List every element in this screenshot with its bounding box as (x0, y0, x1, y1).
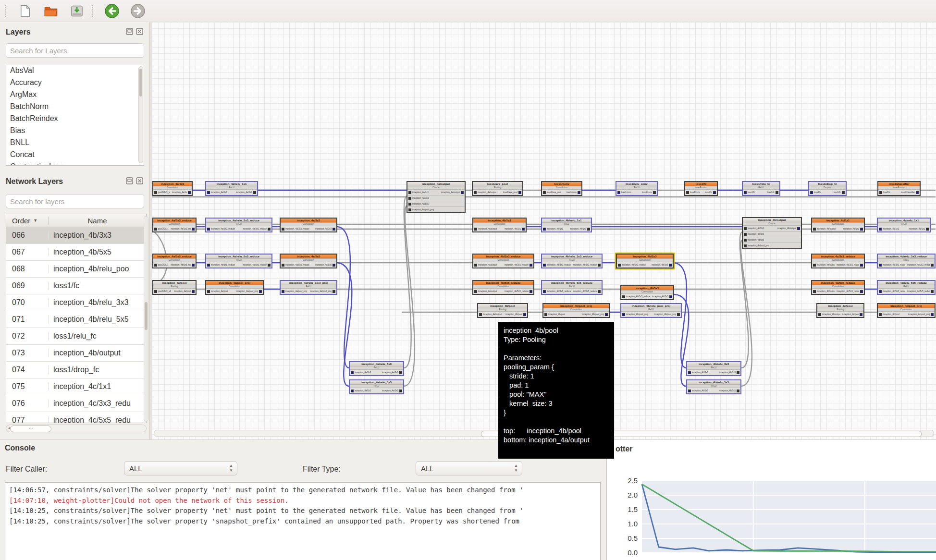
graph-node-inception_4b/relu_3x3_reduce[interactable]: inception_4b/relu_3x3_reduceReLUinceptio… (541, 254, 603, 268)
graph-node-loss1/classifier[interactable]: loss1/classifierInnerProductloss1/fcloss… (877, 181, 921, 196)
graph-node-inception_4b/relu_3x3[interactable]: inception_4b/relu_3x3ReLUinception_4b/3x… (686, 361, 741, 376)
graph-node-inception_4c/3x3_reduce[interactable]: inception_4c/3x3_reduceConvolutionincept… (811, 254, 865, 268)
graph-node-inception_4b/5x5_reduce[interactable]: inception_4b/5x5_reduceConvolutionincept… (472, 280, 534, 295)
layers-float-icon[interactable] (126, 28, 133, 35)
table-row[interactable]: 071inception_4b/relu_5x5 (6, 311, 146, 328)
graph-node-inception_4a/5x5[interactable]: inception_4a/5x5Convolutioninception_4a/… (280, 254, 337, 268)
table-row[interactable]: 069loss1/fc (6, 278, 146, 294)
table-row[interactable]: 077inception_4c/5x5_redu (6, 412, 146, 423)
column-header-order[interactable]: Order▼ (6, 217, 49, 225)
graph-node-loss1/conv[interactable]: loss1/convConvolutionloss1/ave_poolloss1… (541, 181, 582, 196)
graph-node-inception_4b/relu_1x1[interactable]: inception_4b/relu_1x1ReLUinception_4b/1x… (541, 218, 592, 232)
layer-type-item[interactable]: BatchReindex (6, 112, 144, 124)
back-icon[interactable] (104, 3, 120, 19)
graph-node-inception_4b/1x1[interactable]: inception_4b/1x1Convolutioninception_4a/… (472, 218, 527, 232)
graph-node-inception_4a/3x3[interactable]: inception_4a/3x3Convolutioninception_4a/… (280, 218, 337, 232)
filter-caller-dropdown[interactable]: ALL ▲▼ (124, 461, 237, 475)
graph-node-inception_4a/3x3_reduce[interactable]: inception_4a/3x3_reduceConvolutionpool3/… (152, 218, 197, 232)
port-label: inception_4a/5x5 (412, 203, 429, 205)
table-row[interactable]: 066inception_4b/3x3 (6, 227, 146, 244)
graph-node-inception_4a/relu_5x5_reduce[interactable]: inception_4a/relu_5x5_reduceReLUinceptio… (205, 254, 272, 268)
graph-node-inception_4c/relu_3x3_reduce[interactable]: inception_4c/relu_3x3_reduceReLUinceptio… (877, 254, 936, 268)
graph-node-inception_4a/1x1[interactable]: inception_4a/1x1Convolutionpool3/3x3_s2i… (152, 181, 193, 196)
port-square-icon (543, 191, 546, 194)
graph-node-inception_4b/pool[interactable]: inception_4b/poolPoolinginception_4a/out… (477, 303, 528, 318)
layer-type-item[interactable]: Concat (6, 148, 144, 160)
graph-node-inception_4c/5x5_reduce[interactable]: inception_4c/5x5_reduceConvolutionincept… (811, 280, 865, 295)
graph-node-inception_4a/relu_3x3_reduce[interactable]: inception_4a/relu_3x3_reduceReLUinceptio… (205, 218, 272, 232)
layer-type-item[interactable]: BNLL (6, 136, 144, 148)
table-row[interactable]: 070inception_4b/relu_3x3 (6, 294, 146, 311)
layer-type-item[interactable]: AbsVal (6, 64, 144, 76)
layer-type-item[interactable]: Accuracy (6, 76, 144, 88)
table-row[interactable]: 075inception_4c/1x1 (6, 378, 146, 395)
column-header-name[interactable]: Name (49, 217, 146, 225)
open-folder-icon[interactable] (43, 3, 59, 19)
port-label: inception_4b/pool (548, 313, 565, 316)
graph-node-inception_4c/relu_5x5_reduce[interactable]: inception_4c/relu_5x5_reduceReLUinceptio… (877, 280, 936, 295)
graph-node-loss1/fc[interactable]: loss1/fcInnerProductloss1/convloss1/fc (684, 181, 718, 196)
graph-node-inception_4c/1x1[interactable]: inception_4c/1x1Convolutioninception_4b/… (811, 218, 865, 232)
port-square-icon (268, 228, 271, 231)
graph-node-inception_4a/relu_1x1[interactable]: inception_4a/relu_1x1ReLUinception_4a/1x… (205, 181, 258, 196)
table-row[interactable]: 068inception_4b/relu_poo (6, 261, 146, 278)
scrollbar-thumb[interactable]: ⋯ (10, 426, 51, 432)
console-log[interactable]: [14:06:57, constraints/solver]The solver… (5, 482, 601, 560)
table-horizontal-scrollbar[interactable]: ◄ ⋯ (6, 425, 147, 432)
y-tick-label: 1.0 (628, 520, 638, 528)
forward-icon[interactable] (130, 3, 146, 19)
graph-node-inception_4a/relu_5x5[interactable]: inception_4a/relu_5x5ReLUinception_4a/5x… (349, 379, 404, 394)
port-label: loss1/fc (883, 191, 890, 194)
graph-node-loss1/ave_pool[interactable]: loss1/ave_poolPoolinginception_4a/output… (472, 181, 523, 196)
network-layers-close-icon[interactable] (136, 177, 143, 184)
graph-node-inception_4a/5x5_reduce[interactable]: inception_4a/5x5_reduceConvolutionpool3/… (152, 254, 197, 268)
layers-list-scrollbar[interactable] (138, 66, 143, 163)
network-layers-float-icon[interactable] (126, 177, 133, 184)
node-title: inception_4a/5x5_reduce (153, 255, 196, 259)
layer-type-item[interactable]: ContrastiveLoss (6, 160, 144, 166)
layers-search-input[interactable] (6, 43, 144, 58)
port-label: inception_4b/output (777, 227, 796, 230)
table-row[interactable]: 073inception_4b/output (6, 345, 146, 362)
graph-node-inception_4b/5x5[interactable]: inception_4b/5x5Convolutioninception_4b/… (620, 285, 674, 300)
graph-node-inception_4a/relu_pool_proj[interactable]: inception_4a/relu_pool_projReLUinception… (280, 280, 337, 295)
graph-node-loss1/relu_fc[interactable]: loss1/relu_fcReLUloss1/fcloss1/fc (742, 181, 780, 196)
graph-node-inception_4b/relu_5x5_reduce[interactable]: inception_4b/relu_5x5_reduceReLUinceptio… (541, 280, 603, 295)
layer-type-item[interactable]: ArgMax (6, 88, 144, 100)
graph-node-loss1/drop_fc[interactable]: loss1/drop_fcDropoutloss1/fcloss1/fc (808, 181, 847, 196)
layer-type-item[interactable]: Bias (6, 124, 144, 136)
graph-node-inception_4b/output[interactable]: inception_4b/outputConcatinception_4b/1x… (742, 217, 802, 249)
network-layers-search-input[interactable] (6, 194, 144, 208)
table-row[interactable]: 076inception_4c/3x3_redu (6, 395, 146, 412)
node-port-row: loss1/fcloss1/fc (809, 189, 846, 195)
node-title: inception_4b/1x1 (473, 219, 526, 223)
graph-node-inception_4b/3x3_reduce[interactable]: inception_4b/3x3_reduceConvolutionincept… (472, 254, 534, 268)
graph-node-inception_4a/relu_3x3[interactable]: inception_4a/relu_3x3ReLUinception_4a/3x… (349, 361, 404, 376)
graph-node-inception_4a/output[interactable]: inception_4a/outputConcatinception_4a/1x… (406, 181, 466, 213)
spinner-arrows-icon[interactable]: ▲▼ (229, 463, 233, 473)
table-row[interactable]: 067inception_4b/5x5 (6, 244, 146, 261)
graph-node-inception_4c/pool_proj[interactable]: inception_4c/pool_projConvolutionincepti… (877, 303, 936, 318)
filter-type-dropdown[interactable]: ALL ▲▼ (416, 461, 522, 475)
table-row[interactable]: 072loss1/relu_fc (6, 328, 146, 345)
graph-node-inception_4a/pool[interactable]: inception_4a/poolPoolingpool3/3x3_s2ince… (152, 280, 197, 295)
port-label: inception_4c/1x1 (843, 228, 859, 230)
table-row[interactable]: 074loss1/drop_fc (6, 362, 146, 378)
node-title: inception_4a/relu_pool_proj (281, 281, 336, 285)
graph-node-inception_4b/relu_5x5[interactable]: inception_4b/relu_5x5ReLUinception_4b/5x… (686, 379, 741, 394)
graph-node-inception_4c/pool[interactable]: inception_4c/poolPoolinginception_4b/out… (816, 303, 864, 318)
layers-close-icon[interactable] (136, 28, 143, 35)
graph-node-inception_4c/relu_1x1[interactable]: inception_4c/relu_1x1ReLUinception_4c/1x… (877, 218, 931, 232)
save-icon[interactable] (69, 3, 85, 19)
graph-node-loss1/relu_conv[interactable]: loss1/relu_convReLUloss1/convloss1/conv (616, 181, 658, 196)
port-label: inception_4a/pool_proj (285, 290, 307, 292)
new-file-icon[interactable] (17, 3, 33, 19)
graph-node-inception_4b/relu_pool_proj[interactable]: inception_4b/relu_pool_projReLUinception… (620, 303, 682, 318)
port-label: inception_4a/3x3_reduce (285, 228, 309, 230)
table-vertical-scrollbar[interactable] (144, 216, 148, 422)
spinner-arrows-icon[interactable]: ▲▼ (514, 463, 518, 473)
layer-type-item[interactable]: BatchNorm (6, 100, 144, 112)
graph-node-inception_4b/3x3[interactable]: inception_4b/3x3Convolutioninception_4b/… (616, 254, 674, 268)
graph-node-inception_4a/pool_proj[interactable]: inception_4a/pool_projConvolutionincepti… (205, 280, 264, 295)
graph-node-inception_4b/pool_proj[interactable]: inception_4b/pool_projConvolutionincepti… (542, 303, 610, 318)
